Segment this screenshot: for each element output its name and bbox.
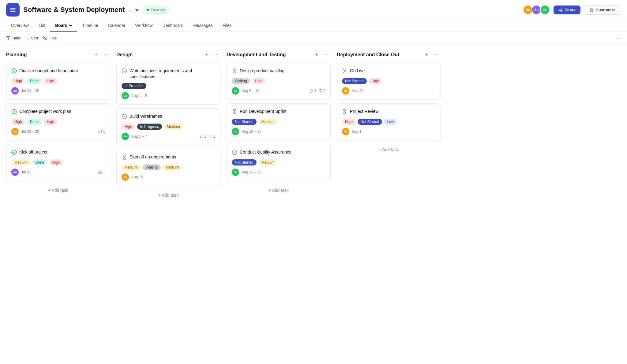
card-c4[interactable]: Write business requirements and specific… [116,63,220,105]
add-task-dev-testing[interactable]: + Add task [227,185,331,196]
tag-high[interactable]: High [43,78,57,84]
tag-done[interactable]: Done [27,119,42,125]
top-bar: Software & System Deployment ⌄ ★ On trac… [0,0,627,20]
card-c7[interactable]: Design product backlog WaitingHighGeAug … [227,63,331,100]
tag-not-started[interactable]: Not Started [342,78,367,84]
card-footer: GeAug 16 – 29 [232,128,325,135]
add-task-planning[interactable]: + Add task [6,185,110,196]
task-title-c1: Finalize budget and headcount [19,68,78,74]
tag-in-progress[interactable]: In Progress [137,124,162,130]
status-badge[interactable]: On track [143,6,170,14]
tab-list[interactable]: List [34,20,50,32]
tag-medium[interactable]: Medium [258,159,278,165]
tag-medium[interactable]: Medium [164,124,183,130]
card-header: Conduct Quality Assurance [232,149,325,156]
tag-high[interactable]: High [252,78,266,84]
task-icon-c10 [342,68,347,75]
tag-waiting[interactable]: Waiting [232,78,250,84]
card-header: Project Review [342,109,436,116]
column-header-planning: Planning + ··· [6,51,110,58]
card-c11[interactable]: Project Review HighNot StartedLowDaSep 1 [337,103,441,140]
card-header: Go Live [342,68,436,75]
card-avatar: Ge [232,169,239,176]
task-title-c9: Conduct Quality Assurance [240,149,291,155]
card-tags: HighDoneHigh [11,119,105,125]
tab-calendar[interactable]: Calendar [103,20,130,32]
tag-waiting[interactable]: Waiting [143,164,161,170]
tag-medium[interactable]: Medium [163,164,182,170]
tag-high[interactable]: High [43,119,57,125]
card-comments[interactable]: 2 [319,89,325,93]
menu-button[interactable] [6,3,20,17]
svg-marker-12 [6,37,10,40]
card-date: Aug 15 [131,175,215,179]
card-likes[interactable]: 1 [310,89,317,93]
column-add-deployment[interactable]: + [423,51,430,58]
tag-done[interactable]: Done [32,159,47,165]
tag-high[interactable]: High [11,78,25,84]
tab-messages[interactable]: Messages [188,20,218,32]
tag-in-progress[interactable]: In Progress [122,83,146,89]
card-c3[interactable]: Kick off project MediumDoneHighAuJul 31 … [6,144,110,181]
card-date: Sep 1 [352,129,436,134]
card-likes[interactable]: 1 [200,134,206,139]
column-more-dev-testing[interactable]: ··· [322,51,331,58]
customize-button[interactable]: Customize [584,5,621,15]
tab-dashboard[interactable]: Dashboard [158,20,189,32]
card-c6[interactable]: Sign off on requirements MediumWaitingMe… [116,149,220,186]
add-task-deployment[interactable]: + Add task [337,144,441,155]
task-title-c6: Sign off on requirements [130,154,176,160]
card-c8[interactable]: Run Development Sprint Not StartedMedium… [227,103,331,140]
card-c10[interactable]: Go Live Not StartedHighDaAug 31 [337,63,441,100]
filter-button[interactable]: Filter [6,36,21,40]
card-footer: GeAug 1 – 8 [122,92,215,99]
tab-overview[interactable]: Overview [6,20,34,32]
task-icon-c11 [342,109,347,116]
card-c9[interactable]: Conduct Quality Assurance Not StartedMed… [227,144,331,181]
more-options-button[interactable]: ··· [616,35,621,41]
share-button[interactable]: Share [554,6,580,14]
tag-not-started[interactable]: Not Started [232,159,257,165]
column-more-deployment[interactable]: ··· [433,51,441,58]
tag-medium[interactable]: Medium [122,164,141,170]
card-comments[interactable]: 1 [208,134,215,139]
card-avatar: Da [11,128,19,135]
card-c2[interactable]: Complete project work plan HighDoneHighD… [6,103,110,140]
card-avatar: Ge [122,92,129,99]
tab-timeline[interactable]: Timeline [77,20,103,32]
tag-not-started[interactable]: Not Started [232,119,257,125]
tag-low[interactable]: Low [384,119,397,125]
card-comments[interactable]: 1 [98,129,105,134]
chevron-down-icon[interactable]: ⌄ [128,7,132,13]
card-c5[interactable]: Build Wireframes HighIn ProgressMediumGe… [116,108,220,145]
sort-button[interactable]: Sort [25,36,38,40]
column-more-planning[interactable]: ··· [102,51,110,58]
tag-medium[interactable]: Medium [11,159,31,165]
tag-high[interactable]: High [369,78,382,84]
task-icon-c3 [11,150,17,156]
tag-not-started[interactable]: Not Started [358,119,382,125]
tag-medium[interactable]: Medium [258,119,278,125]
column-add-dev-testing[interactable]: + [313,51,320,58]
tag-high[interactable]: High [122,124,135,130]
column-add-design[interactable]: + [203,51,210,58]
tag-high[interactable]: High [49,159,63,165]
column-add-planning[interactable]: + [92,51,99,58]
avatar-ge[interactable]: Ge [540,5,550,15]
tab-workflow[interactable]: Workflow [130,20,157,32]
tag-high[interactable]: High [11,119,25,125]
tab-board[interactable]: Board ··· [50,20,77,32]
card-tags: Not StartedHigh [342,78,436,84]
toolbar: Filter Sort Hide ··· [0,32,627,45]
card-c1[interactable]: Finalize budget and headcount HighDoneHi… [6,63,110,100]
card-likes[interactable]: 1 [98,170,105,174]
star-icon[interactable]: ★ [135,7,139,13]
tab-files[interactable]: Files [218,20,237,32]
svg-point-5 [561,10,562,12]
tag-high[interactable]: High [342,119,356,125]
add-task-design[interactable]: + Add task [116,190,220,201]
column-more-design[interactable]: ··· [212,51,220,58]
hide-button[interactable]: Hide [43,36,57,40]
tag-done[interactable]: Done [27,78,42,84]
card-header: Run Development Sprint [232,109,325,116]
